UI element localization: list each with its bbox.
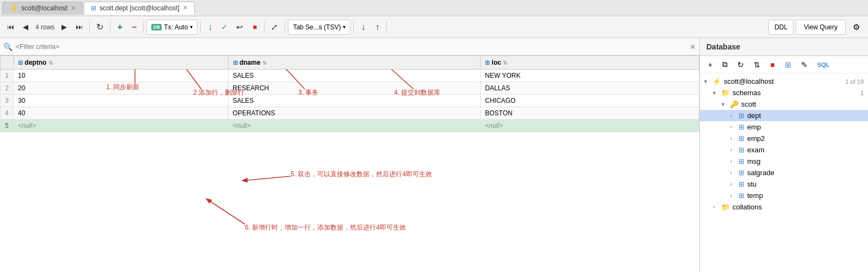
- tab-connection-close[interactable]: ✕: [71, 5, 76, 12]
- cell-dname-3[interactable]: SALES: [228, 95, 481, 107]
- sidebar-item-emp[interactable]: ›⊞emp: [700, 121, 868, 133]
- nav-next-button[interactable]: ▶: [58, 20, 71, 35]
- col-dname-header[interactable]: ⊞ dname ⇅: [228, 56, 481, 70]
- tab-bar: ⚡ scott@localhost ✕ ⊞ scott.dept [scott@…: [0, 0, 868, 16]
- sidebar-item-scott[interactable]: ▾🔑scott: [700, 98, 868, 110]
- import-button[interactable]: ↑: [371, 20, 384, 35]
- table-row[interactable]: 330SALESCHICAGO: [1, 95, 699, 107]
- dname-sort-icon[interactable]: ⇅: [262, 60, 267, 66]
- tree-chevron-icon[interactable]: ›: [730, 147, 737, 153]
- deptno-sort-icon[interactable]: ⇅: [48, 60, 53, 66]
- refresh-button[interactable]: ↻: [93, 20, 107, 35]
- cell-dname-5[interactable]: <null>: [228, 120, 481, 132]
- table-row[interactable]: 5<null><null><null>: [1, 120, 699, 132]
- sidebar-item-dept[interactable]: ›⊞dept: [700, 110, 868, 121]
- tree-item-label: schemas: [732, 89, 858, 97]
- cell-deptno-2[interactable]: 20: [14, 82, 229, 95]
- cell-deptno-1[interactable]: 10: [14, 70, 229, 82]
- sidebar-filter-button[interactable]: ⇅: [750, 59, 764, 71]
- sidebar-sql-button[interactable]: SQL: [814, 60, 834, 70]
- loc-sort-icon[interactable]: ⇅: [503, 60, 507, 66]
- cell-deptno-4[interactable]: 40: [14, 107, 229, 120]
- tree-item-label: msg: [747, 157, 864, 165]
- cell-deptno-3[interactable]: 30: [14, 95, 229, 107]
- sidebar-item-schemas[interactable]: ▾📁schemas1: [700, 87, 868, 98]
- sidebar-copy-button[interactable]: ⧉: [718, 58, 731, 71]
- nav-prev-button[interactable]: ◀: [19, 20, 32, 35]
- ddl-button[interactable]: DDL: [768, 20, 793, 35]
- tree-chevron-icon[interactable]: ›: [730, 124, 737, 130]
- table-row[interactable]: 440OPERATIONSBOSTON: [1, 107, 699, 120]
- tab-dept-close[interactable]: ✕: [183, 4, 188, 11]
- tree-chevron-icon[interactable]: ›: [730, 181, 737, 187]
- sidebar-item-exam[interactable]: ›⊞exam: [700, 144, 868, 156]
- cell-loc-4[interactable]: BOSTON: [481, 107, 699, 120]
- export-button[interactable]: ↓: [356, 20, 370, 35]
- sidebar-stop-button[interactable]: ■: [766, 59, 778, 71]
- nav-last-button[interactable]: ⏭: [72, 20, 87, 35]
- sidebar-item-emp2[interactable]: ›⊞emp2: [700, 133, 868, 144]
- commit-down-button[interactable]: ↓: [204, 20, 217, 35]
- sidebar-item-collations[interactable]: ›📁collations: [700, 201, 868, 213]
- cell-dname-1[interactable]: SALES: [228, 70, 481, 82]
- sidebar-add-button[interactable]: +: [704, 59, 716, 71]
- tree-chevron-icon[interactable]: ▾: [704, 78, 711, 84]
- cell-deptno-5[interactable]: <null>: [14, 120, 229, 132]
- tree-chevron-icon[interactable]: ▾: [713, 90, 719, 96]
- tree-chevron-icon[interactable]: ›: [713, 204, 719, 210]
- tree-chevron-icon[interactable]: ▾: [722, 101, 728, 107]
- cell-dname-4[interactable]: OPERATIONS: [228, 107, 481, 120]
- sidebar-edit-button[interactable]: ✎: [797, 59, 811, 71]
- data-table-wrap: ⊞ deptno ⇅ ⊞ dname ⇅ ⊞ loc: [0, 55, 699, 272]
- cell-loc-3[interactable]: CHICAGO: [481, 95, 699, 107]
- settings-button[interactable]: ⚙: [848, 20, 865, 35]
- cell-loc-1[interactable]: NEW YORK: [481, 70, 699, 82]
- add-row-button[interactable]: +: [113, 20, 126, 35]
- filter-input[interactable]: [16, 43, 686, 51]
- tree-chevron-icon[interactable]: ›: [730, 113, 737, 119]
- sep1: [89, 21, 90, 33]
- tree-chevron-icon[interactable]: ›: [730, 158, 737, 164]
- tree-item-table-icon: ⊞: [738, 146, 744, 154]
- expand-button[interactable]: ⤢: [267, 20, 282, 35]
- sidebar-title: Database: [706, 42, 740, 51]
- sidebar-header: Database: [700, 38, 868, 56]
- sidebar-table-icon[interactable]: ⊞: [781, 59, 795, 71]
- tx-dropdown[interactable]: DB Tx: Auto ▾: [146, 20, 198, 35]
- cell-loc-2[interactable]: DALLAS: [481, 82, 699, 95]
- tree-chevron-icon[interactable]: ›: [730, 193, 737, 199]
- cell-loc-5[interactable]: <null>: [481, 120, 699, 132]
- tree-item-folder-icon: 📁: [721, 89, 730, 97]
- tab-dept[interactable]: ⊞ scott.dept [scott@localhost] ✕: [84, 2, 195, 15]
- data-table: ⊞ deptno ⇅ ⊞ dname ⇅ ⊞ loc: [0, 55, 699, 132]
- rollback-button[interactable]: ↩: [232, 20, 247, 35]
- sidebar-item-salgrade[interactable]: ›⊞salgrade: [700, 167, 868, 178]
- tree-chevron-icon[interactable]: ›: [730, 170, 737, 176]
- search-icon: 🔍: [3, 42, 13, 51]
- tab-sep-dropdown[interactable]: Tab Se...s (TSV) ▾: [288, 20, 350, 35]
- cell-dname-2[interactable]: RESEARCH: [228, 82, 481, 95]
- col-loc-header[interactable]: ⊞ loc ⇅: [481, 56, 699, 70]
- filter-close-icon[interactable]: ✕: [690, 42, 696, 51]
- view-query-button[interactable]: View Query: [796, 20, 846, 35]
- stop-button[interactable]: ■: [248, 20, 261, 35]
- tab-connection[interactable]: ⚡ scott@localhost ✕: [2, 2, 83, 15]
- sidebar-item-scott@localhost[interactable]: ▾⚡scott@localhost1 of 19: [700, 76, 868, 87]
- col-deptno-header[interactable]: ⊞ deptno ⇅: [14, 56, 229, 70]
- null-value: <null>: [18, 122, 36, 129]
- sidebar-item-temp[interactable]: ›⊞temp: [700, 190, 868, 201]
- sidebar-item-msg[interactable]: ›⊞msg: [700, 156, 868, 167]
- sidebar-item-stu[interactable]: ›⊞stu: [700, 178, 868, 190]
- commit-check-button[interactable]: ✓: [218, 20, 231, 35]
- tree-item-table-icon: ⊞: [738, 134, 744, 143]
- sidebar: Database + ⧉ ↻ ⇅ ■ ⊞ ✎ SQL ▾⚡scott@local…: [699, 38, 868, 272]
- nav-first-button[interactable]: ⏮: [3, 20, 18, 35]
- sidebar-refresh-button[interactable]: ↻: [734, 59, 748, 71]
- table-row[interactable]: 110SALESNEW YORK: [1, 70, 699, 82]
- delete-row-button[interactable]: −: [127, 20, 140, 35]
- row-num-5: 5: [1, 120, 14, 132]
- tree-item-label: emp: [747, 123, 864, 131]
- table-row[interactable]: 220RESEARCHDALLAS: [1, 82, 699, 95]
- tree-item-table-icon: ⊞: [738, 112, 744, 120]
- tree-chevron-icon[interactable]: ›: [730, 135, 737, 141]
